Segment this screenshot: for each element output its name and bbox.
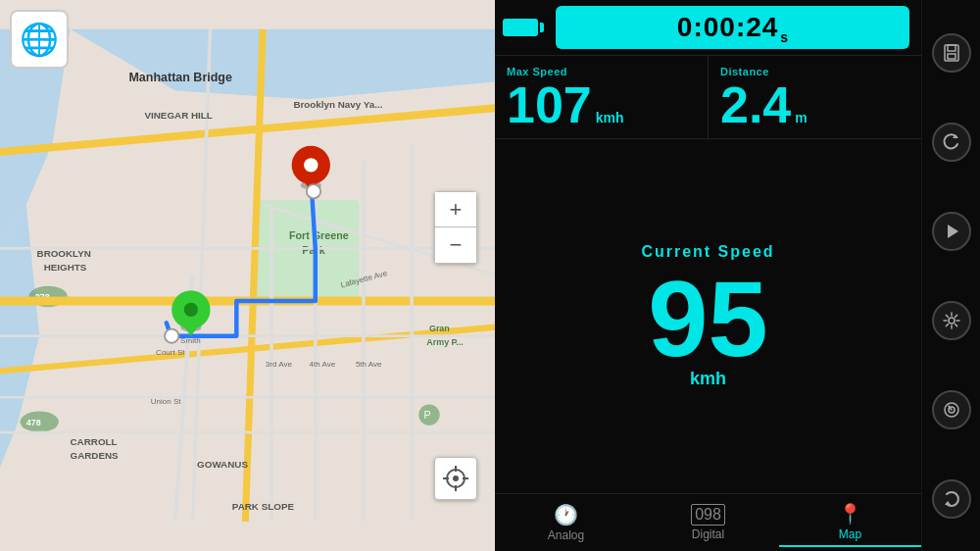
svg-text:5th Ave: 5th Ave <box>356 360 382 369</box>
distance-value-row: 2.4 m <box>720 79 808 130</box>
side-settings-button[interactable] <box>932 301 971 340</box>
zoom-out-button[interactable]: − <box>435 227 476 263</box>
svg-text:Fort Greene: Fort Greene <box>289 229 349 241</box>
svg-text:PARK SLOPE: PARK SLOPE <box>232 501 295 512</box>
svg-point-48 <box>304 158 318 172</box>
svg-text:478: 478 <box>26 418 41 427</box>
play-icon <box>942 222 961 241</box>
stats-row: Max Speed 107 kmh Distance 2.4 m <box>495 55 921 139</box>
right-panel: 0:00:24 s Max Speed 107 kmh Distance 2.4… <box>495 0 921 551</box>
svg-point-50 <box>307 184 320 198</box>
map-nav-icon: 📍 <box>838 502 862 526</box>
bottom-nav: 🕐 Analog 098 Digital 📍 Map <box>495 493 921 551</box>
svg-text:GOWANUS: GOWANUS <box>197 459 248 470</box>
timer-display: 0:00:24 s <box>556 6 909 49</box>
max-speed-unit: kmh <box>596 110 624 125</box>
svg-text:3rd Ave: 3rd Ave <box>266 360 293 369</box>
analog-label: Analog <box>548 528 584 542</box>
settings-icon <box>942 311 961 330</box>
svg-text:Army P...: Army P... <box>426 337 464 347</box>
svg-text:4th Ave: 4th Ave <box>310 360 336 369</box>
battery-tip <box>540 23 544 32</box>
map-panel: Fort Greene Park 278 478 <box>0 0 495 551</box>
battery-body <box>503 19 538 36</box>
side-save-button[interactable] <box>932 33 971 73</box>
side-refresh-button[interactable] <box>932 123 971 162</box>
distance-box: Distance 2.4 m <box>709 56 921 138</box>
zoom-controls: + − <box>434 191 477 264</box>
svg-rect-64 <box>948 54 956 59</box>
svg-text:CARROLL: CARROLL <box>71 436 118 447</box>
svg-text:Smith: Smith <box>180 336 201 345</box>
nav-item-analog[interactable]: 🕐 Analog <box>495 498 637 547</box>
svg-point-55 <box>165 329 178 343</box>
svg-point-53 <box>184 303 198 317</box>
side-icon-column <box>921 0 980 551</box>
timer-text: 0:00:24 <box>677 12 779 43</box>
nav-item-digital[interactable]: 098 Digital <box>637 498 779 547</box>
max-speed-box: Max Speed 107 kmh <box>495 56 709 138</box>
locate-button[interactable] <box>434 457 477 500</box>
battery-indicator <box>503 19 544 36</box>
globe-icon: 🌐 <box>20 21 59 58</box>
svg-text:VINEGAR HILL: VINEGAR HILL <box>144 110 212 121</box>
refresh-icon <box>942 132 961 152</box>
side-reset-button[interactable] <box>932 479 971 519</box>
current-speed-number: 95 <box>648 265 767 373</box>
timer-unit: s <box>780 29 788 49</box>
nav-item-map[interactable]: 📍 Map <box>779 498 921 547</box>
svg-rect-63 <box>948 45 956 51</box>
svg-text:Brooklyn Navy Ya...: Brooklyn Navy Ya... <box>293 99 382 110</box>
globe-button[interactable]: 🌐 <box>10 10 69 69</box>
max-speed-number: 107 <box>507 79 592 130</box>
digital-label: Digital <box>692 527 724 541</box>
distance-unit: m <box>795 110 807 125</box>
zoom-in-button[interactable]: + <box>435 192 476 227</box>
map-label: Map <box>839 527 861 541</box>
svg-text:P: P <box>424 409 431 421</box>
svg-text:Court St: Court St <box>156 348 185 357</box>
svg-text:BROOKLYN: BROOKLYN <box>37 248 91 259</box>
max-speed-value-row: 107 kmh <box>507 79 624 130</box>
side-speedometer-button[interactable] <box>932 390 971 429</box>
header-row: 0:00:24 s <box>495 0 921 55</box>
digital-icon: 098 <box>691 504 725 526</box>
side-play-button[interactable] <box>932 212 971 251</box>
svg-marker-71 <box>945 501 951 505</box>
speedometer-icon <box>942 400 961 420</box>
current-speed-unit: kmh <box>690 369 726 389</box>
svg-text:Manhattan Bridge: Manhattan Bridge <box>128 71 232 84</box>
svg-text:Union St: Union St <box>151 397 182 406</box>
svg-text:GARDENS: GARDENS <box>71 450 120 461</box>
svg-point-61 <box>453 476 459 481</box>
svg-marker-66 <box>948 225 958 238</box>
reset-icon <box>942 489 961 509</box>
save-icon <box>942 43 961 63</box>
current-speed-section: Current Speed 95 kmh <box>495 139 921 493</box>
svg-text:Gran: Gran <box>429 324 450 333</box>
svg-point-67 <box>949 318 955 324</box>
distance-number: 2.4 <box>720 79 791 130</box>
analog-icon: 🕐 <box>554 503 578 526</box>
locate-icon <box>443 466 468 491</box>
svg-text:HEIGHTS: HEIGHTS <box>44 262 87 273</box>
